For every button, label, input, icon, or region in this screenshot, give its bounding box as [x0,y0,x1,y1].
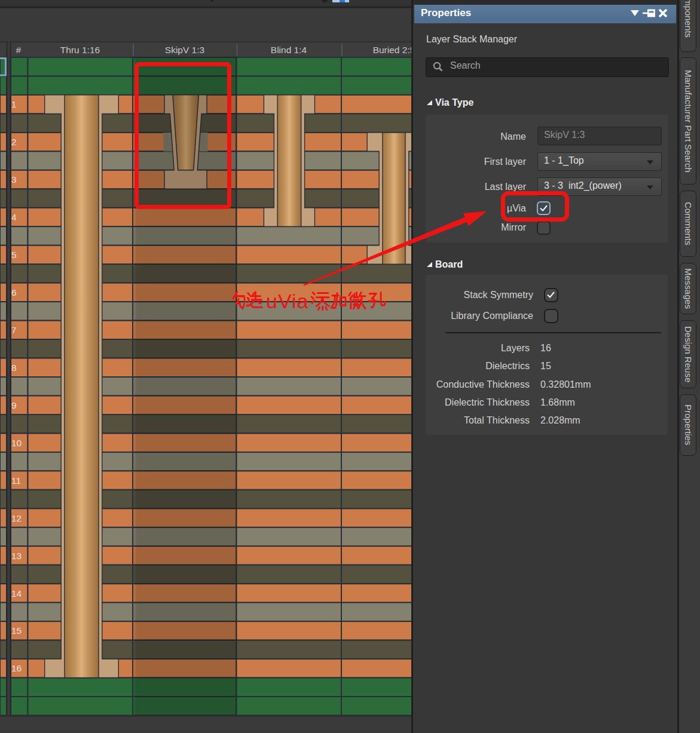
svg-text:2: 2 [11,137,17,147]
svg-text:7: 7 [11,325,17,335]
svg-text:4: 4 [11,212,17,222]
svg-text:6: 6 [11,287,17,298]
svg-text:9: 9 [11,400,17,410]
svg-text:14: 14 [11,588,22,599]
svg-text:10: 10 [11,438,22,448]
svg-text:11: 11 [11,476,21,486]
svg-text:3: 3 [11,174,17,185]
svg-text:#: # [16,45,22,55]
svg-text:Thru 1:16: Thru 1:16 [60,45,100,55]
svg-text:5: 5 [11,250,17,260]
svg-text:13: 13 [11,551,22,561]
svg-text:12: 12 [11,513,22,523]
svg-text:Buried 2:5: Buried 2:5 [373,45,413,55]
svg-text:Blind 1:4: Blind 1:4 [271,45,307,55]
svg-text:SkipV 1:3: SkipV 1:3 [165,45,204,55]
svg-text:15: 15 [11,625,22,636]
svg-text:8: 8 [11,363,17,373]
svg-text:16: 16 [11,663,22,673]
svg-text:1: 1 [11,99,17,109]
